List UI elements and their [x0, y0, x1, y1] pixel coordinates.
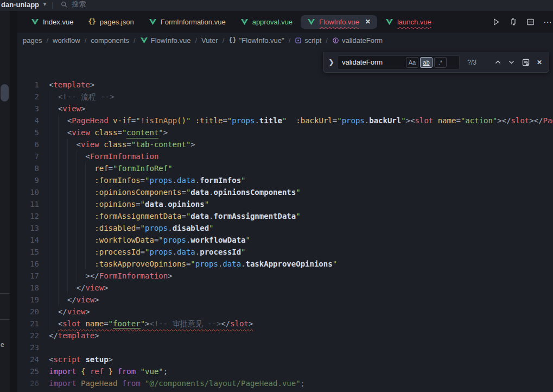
breadcrumb-label: FlowInfo.vue — [151, 36, 191, 45]
token: { — [77, 365, 90, 377]
line-number: 8 — [17, 162, 39, 174]
code-line[interactable]: 7<FormInformation — [17, 150, 553, 162]
code-editor[interactable]: 1<template>2<!-- 流程 -->3<view>4<PageHead… — [17, 48, 553, 392]
code-line[interactable]: 24<script setup> — [17, 353, 553, 365]
token: " — [241, 246, 245, 258]
token: " — [145, 174, 149, 186]
code-line[interactable]: 8ref="formInfoRef" — [17, 162, 553, 174]
code-line[interactable]: 10:opinionsComponents="data.opinionsComp… — [17, 186, 553, 198]
token: PageHead — [72, 115, 108, 127]
code-line[interactable]: 16:taskApproveOpinions="props.data.taskA… — [17, 258, 553, 270]
token: isInApp — [145, 115, 177, 127]
tab-flowinfo-vue[interactable]: FlowInfo.vue✕ — [301, 15, 377, 29]
code-line[interactable]: 11:opinions="data.opinions" — [17, 198, 553, 210]
run-icon[interactable] — [492, 18, 500, 26]
breadcrumb-item-pages[interactable]: pages — [22, 36, 43, 45]
breadcrumb-separator: / — [46, 36, 48, 45]
code-line[interactable]: 2<!-- 流程 --> — [17, 91, 553, 103]
code-line[interactable]: 4<PageHead v-if="!isInApp()" :title="pro… — [17, 115, 553, 127]
token: FormInformation — [90, 150, 158, 162]
code-line[interactable]: 15:processId="props.data.processId" — [17, 246, 553, 258]
close-find-icon[interactable]: ✕ — [533, 58, 545, 67]
tab-index-vue[interactable]: Index.vue — [24, 15, 80, 29]
tab-label: FlowInfo.vue — [319, 18, 359, 26]
indent-guides — [49, 234, 94, 246]
breadcrumb-item-validateform[interactable]: validateForm — [331, 36, 384, 45]
previous-match-icon[interactable] — [491, 58, 505, 67]
token: > — [81, 103, 85, 115]
next-match-icon[interactable] — [505, 58, 518, 67]
token: </ — [77, 282, 86, 294]
code-line[interactable]: 13:disabled="props.disabled" — [17, 222, 553, 234]
token: content — [126, 127, 158, 138]
find-input[interactable] — [342, 58, 406, 66]
token: . — [163, 198, 168, 210]
breadcrumb-item-script[interactable]: script — [294, 36, 322, 45]
token: = — [136, 222, 140, 234]
code-line[interactable]: 25import { ref } from "vue"; — [17, 365, 553, 377]
token: . — [241, 258, 245, 270]
code-line[interactable]: 14:workflowData="props.workflowData" — [17, 234, 553, 246]
split-editor-icon[interactable] — [526, 18, 535, 26]
find-in-selection-icon[interactable] — [518, 57, 533, 68]
workspace-name[interactable]: dan-uniapp — [1, 1, 39, 9]
breadcrumb-label: validateForm — [342, 36, 383, 45]
token: opinions — [168, 198, 204, 210]
code-line[interactable]: 22</template> — [17, 330, 553, 342]
line-number: 26 — [17, 377, 39, 389]
breadcrumb-item-flowinfo-vue[interactable]: FlowInfo.vue — [139, 36, 192, 45]
token: from — [117, 377, 140, 389]
code-line[interactable]: 20</view> — [17, 306, 553, 318]
tab-pages-json[interactable]: {}pages.json — [81, 15, 140, 29]
token: = — [181, 210, 186, 222]
token: data — [177, 246, 195, 258]
line-number: 2 — [17, 91, 39, 103]
indent-guides — [49, 270, 85, 282]
indent-guides — [49, 306, 58, 318]
indent-guides — [49, 162, 94, 174]
tab-forminformation-vue[interactable]: FormInformation.vue — [142, 15, 232, 29]
code-line[interactable]: 1<template> — [17, 79, 553, 91]
global-search-box[interactable]: 搜索 — [61, 0, 86, 9]
more-actions-icon[interactable]: ⋯⋯ — [543, 17, 551, 27]
token: ></ — [85, 270, 99, 282]
tab-approval-vue[interactable]: approval.vue — [234, 15, 299, 29]
token: < — [67, 115, 72, 127]
token: name — [81, 319, 104, 328]
code-line[interactable]: 23 — [17, 342, 553, 353]
side-panel-thumb[interactable] — [1, 84, 9, 102]
close-tab-icon[interactable]: ✕ — [365, 18, 371, 26]
breadcrumb-separator: / — [326, 36, 328, 45]
toggle-replace-chevron-icon[interactable]: ❯ — [326, 58, 337, 66]
code-line[interactable]: 3<view> — [17, 103, 553, 115]
breadcrumb-item-vuter[interactable]: Vuter — [200, 36, 219, 45]
code-line[interactable]: 6<view class="tab-content"> — [17, 138, 553, 150]
token: " — [158, 234, 163, 246]
breadcrumb-label: workflow — [53, 36, 80, 45]
code-line[interactable]: 18</view> — [17, 282, 553, 294]
regex-toggle[interactable]: .* — [434, 57, 447, 68]
vue-icon — [307, 18, 315, 26]
code-line[interactable]: 21<slot name="footer"><!-- 审批意见 --></slo… — [17, 318, 553, 330]
tab-label: approval.vue — [252, 18, 293, 26]
breadcrumb-label: components — [91, 36, 129, 45]
chevron-down-icon[interactable]: ▼ — [42, 2, 47, 7]
whole-word-toggle[interactable]: ab — [420, 57, 433, 68]
code-line[interactable]: 17></FormInformation> — [17, 270, 553, 282]
breadcrumb-item--flowinfo-vue-[interactable]: {}"FlowInfo.vue" — [227, 36, 285, 45]
code-line[interactable]: 12:formAssignmentData="data.formAssignme… — [17, 210, 553, 222]
code-line[interactable]: 19</view> — [17, 294, 553, 306]
compare-changes-icon[interactable] — [509, 17, 518, 26]
line-number: 24 — [17, 353, 39, 365]
token: slot — [415, 115, 434, 127]
code-line[interactable]: 26import PageHead from "@/components/lay… — [17, 377, 553, 389]
match-case-toggle[interactable]: Aa — [406, 57, 418, 68]
code-line[interactable]: 9:formInfos="props.data.formInfos" — [17, 174, 553, 186]
token: " — [333, 258, 337, 270]
token: view — [77, 294, 95, 306]
tab-launch-vue[interactable]: launch.vue — [379, 15, 438, 29]
breadcrumb-item-components[interactable]: components — [90, 36, 130, 45]
token: view — [81, 138, 99, 150]
code-line[interactable]: 5<view class="content"> — [17, 127, 553, 138]
breadcrumb-item-workflow[interactable]: workflow — [52, 36, 81, 45]
